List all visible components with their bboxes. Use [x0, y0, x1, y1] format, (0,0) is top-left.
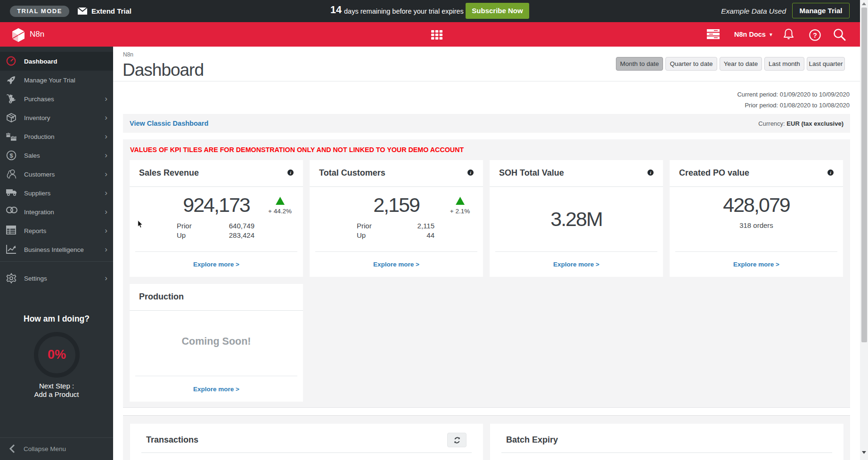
svg-text:$: $ [9, 152, 13, 159]
svg-text:?: ? [813, 32, 817, 39]
